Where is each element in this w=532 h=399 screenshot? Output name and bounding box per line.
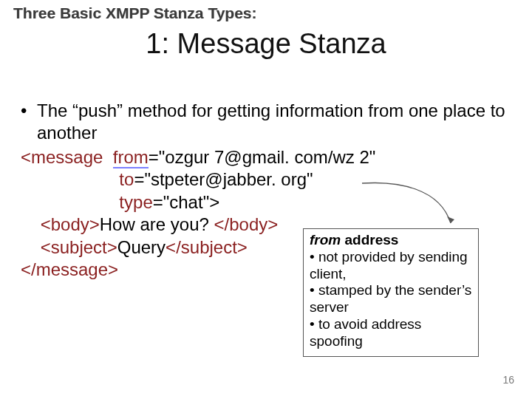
bullet-text: The “push” method for getting informatio…	[37, 100, 508, 145]
bullet-item: • The “push” method for getting informat…	[21, 100, 508, 145]
tag-body-open: <body>	[41, 214, 100, 234]
tag-subject-close: </subject>	[166, 237, 248, 257]
bullet-dot: •	[21, 100, 37, 145]
callout-line: • to avoid address spoofing	[310, 316, 472, 350]
supertitle: Three Basic XMPP Stanza Types:	[13, 4, 257, 22]
callout-line: • stamped by the sender’s server	[310, 282, 472, 316]
page-number: 16	[502, 374, 514, 386]
callout-header: from address	[310, 232, 472, 249]
tag-message-open: <message	[21, 147, 103, 167]
tag-body-close: </body>	[214, 214, 279, 234]
callout-line: • not provided by sending client,	[310, 249, 472, 283]
callout-header-rest: address	[341, 232, 398, 248]
attr-type: type	[119, 192, 152, 212]
val-from: ="ozgur 7@gmail. com/wz 2"	[149, 147, 376, 167]
tag-subject-open: <subject>	[41, 237, 117, 257]
val-to: ="stpeter@jabber. org"	[134, 169, 313, 189]
subject-content: Query	[117, 237, 166, 257]
body-content: How are you?	[100, 214, 214, 234]
val-type: ="chat">	[153, 192, 219, 212]
attr-from: from	[113, 147, 149, 168]
slide-title: 1: Message Stanza	[0, 28, 532, 60]
slide: { "supertitle": "Three Basic XMPP Stanza…	[0, 0, 532, 399]
tag-message-close: </message>	[21, 259, 118, 279]
attr-to: to	[119, 169, 134, 189]
callout-header-em: from	[310, 232, 341, 248]
callout-box: from address • not provided by sending c…	[303, 228, 479, 357]
